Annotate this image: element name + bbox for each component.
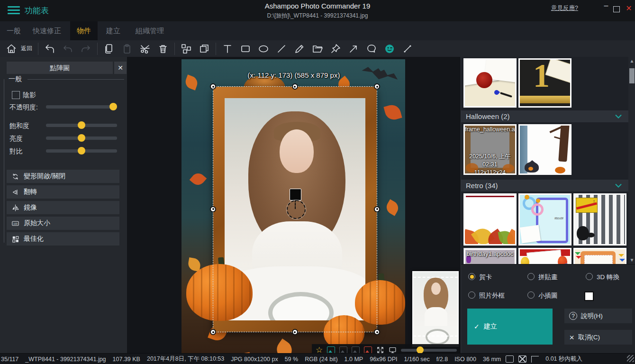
rating-star-icon[interactable]: ☆ — [316, 346, 323, 354]
selection-handle[interactable] — [210, 206, 216, 212]
copy-icon[interactable] — [103, 43, 115, 55]
template-thumbnail-frame-halloween-hovered[interactable]: frame_halloween.apcdoc 2025/10/6, 上午 02:… — [463, 124, 517, 175]
folder-icon[interactable] — [312, 43, 323, 55]
template-thumbnail-prison-bars[interactable]: ↑ — [573, 193, 626, 246]
contrast-slider[interactable] — [46, 149, 117, 153]
radio-greeting-card[interactable] — [468, 273, 475, 280]
tab-general[interactable]: 一般 — [0, 21, 27, 40]
navigator-preview[interactable] — [412, 271, 459, 347]
speech-bubble-tool-icon[interactable] — [366, 43, 377, 55]
radio-collage[interactable] — [527, 273, 535, 280]
template-thumbnail-wax-seal[interactable] — [463, 58, 517, 108]
view-mode-icon[interactable] — [352, 346, 360, 353]
zoom-slider[interactable] — [401, 349, 457, 352]
create-button[interactable]: ✓ 建立 — [467, 309, 553, 345]
smiley-tool-icon[interactable] — [384, 43, 395, 55]
color-swatch[interactable] — [584, 291, 594, 301]
maximize-button[interactable] — [613, 6, 620, 12]
pin-tool-icon[interactable] — [330, 43, 341, 55]
cut-icon[interactable] — [139, 43, 151, 55]
tab-create[interactable]: 建立 — [100, 21, 127, 40]
status-load-time: 0.01 秒內載入 — [545, 355, 582, 363]
selection-coordinates-label: (x: 112 y: 173) (585 x 879 px) — [127, 71, 461, 79]
ungroup-icon[interactable] — [199, 43, 210, 55]
template-tooltip: frame_halloween.apcdoc 2025/10/6, 上午 02:… — [465, 126, 515, 173]
paste-icon[interactable] — [121, 43, 133, 55]
templates-scrollbar[interactable]: ▲ ▼ — [628, 57, 635, 264]
arrow-tool-icon[interactable] — [348, 43, 359, 55]
opacity-slider[interactable] — [46, 105, 117, 109]
view-mode-icon[interactable] — [339, 346, 347, 353]
chevron-down-icon[interactable] — [615, 114, 622, 118]
minimize-button[interactable]: – — [601, 1, 611, 10]
feedback-link[interactable]: 意見反應? — [551, 4, 578, 12]
fit-to-screen-icon[interactable] — [376, 346, 384, 353]
rotation-center-marker[interactable] — [287, 200, 306, 219]
tab-quick-fix[interactable]: 快速修正 — [26, 21, 68, 40]
group-icon[interactable] — [181, 43, 192, 55]
redo-icon[interactable] — [80, 43, 91, 55]
template-thumbnail-autumn-leaves[interactable] — [463, 193, 517, 246]
image-canvas[interactable]: (x: 112 y: 173) (585 x 879 px) — [127, 57, 461, 353]
template-thumbnail-balloons[interactable] — [518, 248, 572, 264]
selection-handle[interactable] — [374, 83, 380, 90]
delete-icon[interactable] — [157, 43, 169, 55]
ellipse-tool-icon[interactable] — [258, 43, 269, 55]
radio-photo-frame[interactable] — [468, 291, 475, 299]
resize-grip[interactable] — [627, 355, 634, 362]
saturation-slider[interactable] — [46, 124, 117, 127]
chevron-down-icon[interactable] — [615, 183, 622, 188]
rectangle-tool-icon[interactable] — [240, 43, 251, 55]
group-title-general: 一般 — [7, 75, 24, 83]
monitor-icon[interactable] — [389, 346, 397, 353]
undo-icon[interactable] — [62, 43, 73, 55]
back-button[interactable]: 返回 — [21, 45, 32, 53]
flip-button[interactable]: 翻轉 — [7, 185, 119, 199]
road-sign-graphic: ↑ — [576, 198, 598, 213]
template-thumbnail-birthday1-selected[interactable]: birthday1.apcdoc — [463, 248, 517, 264]
mirror-button[interactable]: 鏡像 — [7, 201, 119, 214]
selection-handle[interactable] — [210, 83, 216, 90]
template-thumbnail-gold-one[interactable]: 1 — [518, 58, 572, 108]
reject-image-icon[interactable] — [364, 346, 372, 353]
template-thumbnail-orange-frame[interactable] — [573, 248, 626, 264]
brightness-slider[interactable] — [46, 136, 117, 140]
tab-organize[interactable]: 組織管理 — [129, 21, 171, 40]
view-mode-icon-active[interactable] — [327, 346, 335, 353]
section-header-retro[interactable]: Retro (34) — [461, 180, 628, 191]
selection-handle[interactable] — [374, 206, 380, 212]
scroll-down-icon[interactable]: ▼ — [628, 257, 635, 263]
section-header-halloween[interactable]: Halloween (2) — [461, 110, 628, 122]
canvas-toolbar: ☆ — [312, 344, 461, 353]
tab-objects[interactable]: 物件 — [70, 21, 98, 40]
rotation-pivot-handle[interactable] — [290, 189, 301, 200]
selection-handle[interactable] — [210, 329, 216, 335]
shadow-checkbox[interactable] — [12, 91, 20, 99]
text-tool-icon[interactable] — [222, 43, 233, 55]
selection-handle[interactable] — [292, 83, 298, 90]
pencil-tool-icon[interactable] — [294, 43, 305, 55]
template-thumbnail-baby[interactable]: #text# — [518, 193, 572, 246]
line-tool-icon[interactable] — [276, 43, 287, 55]
wax-seal-graphic — [476, 72, 492, 88]
scrollbar-thumb[interactable] — [629, 68, 635, 83]
saturation-label: 飽和度 — [9, 122, 29, 130]
undo-all-icon[interactable] — [44, 43, 55, 55]
close-button[interactable]: ✕ — [624, 4, 634, 13]
template-grid: 1 Halloween (2) frame_halloween.apcdoc — [461, 57, 628, 264]
window-title: Ashampoo Photo Commander 19 — [0, 2, 635, 10]
original-size-button[interactable]: 100 原始大小 — [7, 217, 119, 230]
cancel-button[interactable]: ✕ 取消(C) — [564, 330, 632, 345]
optimize-button[interactable]: 最佳化 — [7, 232, 119, 246]
radio-vignette[interactable] — [527, 291, 535, 299]
selection-handle[interactable] — [374, 329, 380, 335]
help-button[interactable]: ? 說明(H) — [564, 309, 632, 323]
selection-handle[interactable] — [292, 329, 298, 335]
transform-toggle-button[interactable]: 變形開啟/關閉 — [7, 170, 119, 183]
home-icon[interactable] — [6, 43, 17, 55]
template-thumbnail-halloween-trees[interactable] — [518, 124, 572, 175]
radio-3d-transform[interactable] — [586, 273, 593, 280]
panel-close-icon[interactable]: ✕ — [114, 62, 127, 74]
scroll-up-icon[interactable]: ▲ — [628, 58, 635, 64]
straight-line-tool-icon[interactable] — [402, 43, 413, 55]
